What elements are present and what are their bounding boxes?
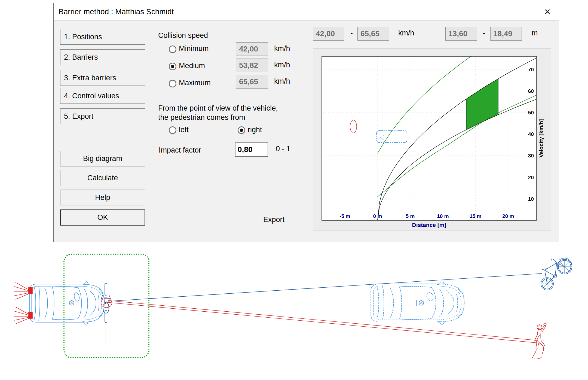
barrier-method-dialog: Barrier method : Matthias Schmidt ✕ 1. P… — [53, 3, 559, 242]
medium-speed-unit: km/h — [274, 61, 290, 69]
pov-text-line1: From the point of view of the vehicle, — [158, 104, 278, 113]
velocity-distance-diagram: -5 m0 m5 m10 m15 m20 m10203040506070Dist… — [313, 48, 551, 230]
svg-text:70: 70 — [528, 67, 534, 72]
medium-radio[interactable] — [169, 63, 176, 70]
medium-speed-field[interactable]: 53,82 — [236, 59, 268, 72]
diagram-chart: -5 m0 m5 m10 m15 m20 m10203040506070Dist… — [313, 48, 551, 230]
bicycle-end-position — [541, 258, 572, 290]
pedestrian-direction-group: From the point of view of the vehicle, t… — [152, 101, 297, 139]
pedestrian-throw-line-upper — [108, 300, 535, 340]
right-radio[interactable] — [238, 126, 245, 134]
svg-text:15 m: 15 m — [470, 213, 481, 219]
dialog-title: Barrier method : Matthias Schmidt — [59, 3, 174, 20]
distance-range-dash: - — [483, 29, 485, 37]
nav-button-positions[interactable]: 1. Positions — [60, 29, 145, 45]
collision-speed-label: Collision speed — [158, 31, 208, 40]
minimum-speed-unit: km/h — [274, 44, 290, 53]
svg-text:0 m: 0 m — [373, 213, 382, 219]
pov-text-line2: the pedestrian comes from — [158, 113, 245, 122]
impact-zone-outline — [64, 254, 149, 358]
svg-text:30: 30 — [528, 153, 534, 159]
calculate-button[interactable]: Calculate — [60, 170, 145, 186]
left-radio-label[interactable]: left — [179, 126, 189, 134]
accident-scene-top-view — [0, 245, 588, 380]
svg-text:-5 m: -5 m — [339, 213, 350, 219]
pedestrian-throw-line-lower — [108, 302, 541, 343]
pedestrian-end-position — [532, 323, 546, 359]
minimum-radio-label[interactable]: Minimum — [179, 44, 209, 53]
cyclist-throw-line — [108, 273, 542, 301]
nav-button-extra-barriers[interactable]: 3. Extra barriers — [60, 70, 145, 86]
svg-text:5 m: 5 m — [406, 213, 415, 219]
speed-max-field[interactable]: 65,65 — [357, 27, 389, 41]
svg-text:Distance [m]: Distance [m] — [412, 222, 446, 228]
nav-button-control-values[interactable]: 4. Control values — [60, 88, 145, 104]
speed-range-unit: km/h — [398, 29, 414, 37]
right-radio-label[interactable]: right — [248, 126, 262, 134]
nav-button-export[interactable]: 5. Export — [60, 108, 145, 124]
svg-text:50: 50 — [528, 110, 534, 115]
svg-text:40: 40 — [528, 131, 534, 137]
maximum-radio[interactable] — [169, 80, 176, 87]
collision-speed-group: Collision speed Minimum Medium Maximum 4… — [152, 29, 297, 95]
svg-text:Velocity [km/h]: Velocity [km/h] — [538, 119, 544, 157]
export-button[interactable]: Export — [247, 212, 301, 227]
impact-factor-range: 0 - 1 — [276, 145, 290, 153]
maximum-speed-unit: km/h — [274, 77, 290, 86]
vehicle-path-centerline — [28, 300, 416, 306]
distance-min-field[interactable]: 13,60 — [445, 27, 477, 41]
distance-max-field[interactable]: 18,49 — [490, 27, 522, 41]
left-radio[interactable] — [169, 126, 176, 134]
svg-text:10 m: 10 m — [437, 213, 449, 219]
ok-button[interactable]: OK — [60, 209, 145, 226]
nav-button-barriers[interactable]: 2. Barriers — [60, 49, 145, 65]
maximum-radio-label[interactable]: Maximum — [179, 79, 211, 87]
medium-radio-label[interactable]: Medium — [179, 62, 205, 70]
svg-text:10: 10 — [528, 196, 534, 202]
distance-range-unit: m — [532, 29, 538, 37]
svg-text:20: 20 — [528, 175, 534, 180]
speed-range-dash: - — [350, 29, 353, 37]
help-button[interactable]: Help — [60, 190, 145, 205]
svg-text:60: 60 — [528, 88, 534, 94]
minimum-radio[interactable] — [169, 45, 176, 53]
minimum-speed-field[interactable]: 42,00 — [236, 42, 268, 56]
impact-factor-input[interactable]: 0,80 — [235, 142, 268, 157]
close-icon[interactable]: ✕ — [542, 7, 553, 17]
title-bar: Barrier method : Matthias Schmidt ✕ — [54, 3, 559, 21]
impact-factor-label: Impact factor — [159, 146, 201, 154]
speed-min-field[interactable]: 42,00 — [313, 27, 344, 41]
svg-text:20 m: 20 m — [502, 213, 514, 219]
big-diagram-button[interactable]: Big diagram — [60, 151, 145, 166]
maximum-speed-field[interactable]: 65,65 — [236, 75, 268, 89]
